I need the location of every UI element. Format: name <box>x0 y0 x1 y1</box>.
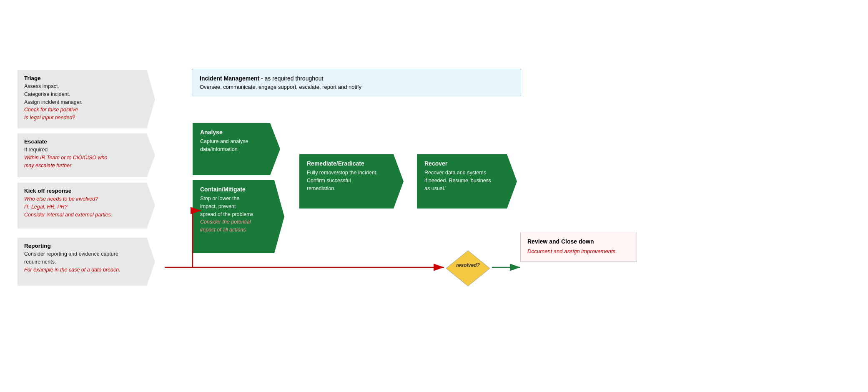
triage-title: Triage <box>24 75 147 81</box>
im-title-suffix: - as required throughout <box>259 75 323 82</box>
contain-title: Contain/Mitigate <box>200 186 277 193</box>
im-subtitle: Oversee, communicate, engage support, es… <box>200 84 513 90</box>
reporting-red: For example in the case of a data breach… <box>24 266 147 274</box>
contain-red: Consider the potentialimpact of all acti… <box>200 218 277 234</box>
im-title: Incident Management <box>200 75 259 82</box>
triage-text: Assess impact. Categorise incident. Assi… <box>24 83 147 106</box>
triage-red: Check for false positive Is legal input … <box>24 106 147 122</box>
recover-text: Recover data and systemsif needed. Resum… <box>424 169 509 192</box>
reporting-title: Reporting <box>24 243 147 249</box>
incident-management-banner: Incident Management - as required throug… <box>192 69 521 96</box>
remediate-box: Remediate/Eradicate Fully remove/stop th… <box>299 154 404 209</box>
escalate-chevron: Escalate If required Within IR Team or t… <box>18 133 155 177</box>
escalate-red: Within IR Team or to CIO/CISO who may es… <box>24 154 147 170</box>
kickoff-red: Who else needs to be involved? IT, Legal… <box>24 195 147 219</box>
escalate-title: Escalate <box>24 138 147 145</box>
svg-text:resolved?: resolved? <box>456 262 480 268</box>
resolved-diamond: resolved? <box>444 249 492 288</box>
reporting-text: Consider reporting and evidence capturer… <box>24 250 147 266</box>
analyse-box: Analyse Capture and analysedata/informat… <box>193 123 280 175</box>
review-title: Review and Close down <box>527 238 630 245</box>
review-close-box: Review and Close down Document and assig… <box>520 232 637 262</box>
escalate-text: If required <box>24 146 147 154</box>
kickoff-chevron: Kick off response Who else needs to be i… <box>18 183 155 229</box>
recover-box: Recover Recover data and systemsif neede… <box>417 154 517 209</box>
recover-title: Recover <box>424 160 509 167</box>
kickoff-title: Kick off response <box>24 188 147 194</box>
analyse-text: Capture and analysedata/information <box>200 138 273 153</box>
remediate-title: Remediate/Eradicate <box>307 160 396 167</box>
contain-box: Contain/Mitigate Stop or lower theimpact… <box>193 180 284 253</box>
analyse-title: Analyse <box>200 129 273 136</box>
contain-text: Stop or lower theimpact, preventspread o… <box>200 195 277 218</box>
reporting-chevron: Reporting Consider reporting and evidenc… <box>18 238 155 286</box>
remediate-text: Fully remove/stop the incident.Confirm s… <box>307 169 396 192</box>
review-red: Document and assign improvements <box>527 247 630 256</box>
triage-chevron: Triage Assess impact. Categorise inciden… <box>18 70 155 128</box>
svg-marker-0 <box>446 251 490 286</box>
